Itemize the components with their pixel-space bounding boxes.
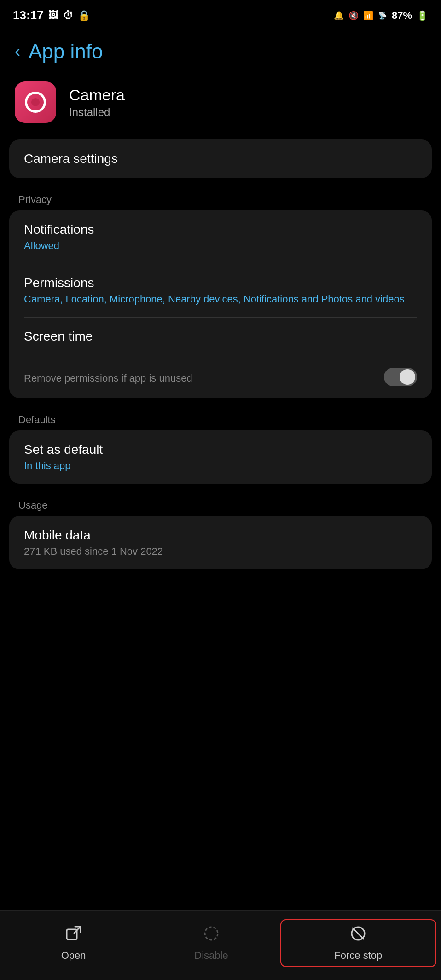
mobile-data-item[interactable]: Mobile data 271 KB used since 1 Nov 2022: [9, 516, 432, 569]
force-stop-label: Force stop: [334, 950, 382, 962]
mobile-data-card[interactable]: Mobile data 271 KB used since 1 Nov 2022: [9, 516, 432, 569]
svg-point-2: [205, 927, 218, 940]
signal-icon: 📡: [378, 11, 387, 20]
screen-time-item[interactable]: Screen time: [9, 317, 432, 356]
wifi-icon: 📶: [363, 11, 373, 21]
permissions-item[interactable]: Permissions Camera, Location, Microphone…: [9, 264, 432, 317]
permissions-subtitle: Camera, Location, Microphone, Nearby dev…: [24, 293, 417, 305]
remove-permissions-item[interactable]: Remove permissions if app is unused: [9, 356, 432, 398]
mute-icon: 🔇: [348, 11, 359, 21]
status-left: 13:17 🖼 ⏱ 🔒: [13, 8, 90, 23]
app-name: Camera: [69, 86, 125, 104]
disable-nav-item[interactable]: Disable: [142, 925, 280, 962]
notifications-title: Notifications: [24, 222, 417, 237]
remove-permissions-toggle[interactable]: [384, 368, 417, 386]
svg-line-4: [353, 928, 364, 939]
open-label: Open: [61, 950, 86, 962]
camera-settings-item[interactable]: Camera settings: [9, 139, 432, 178]
camera-lens-inner: [31, 98, 40, 106]
open-icon: [65, 925, 82, 946]
back-button[interactable]: ‹: [15, 43, 20, 60]
open-nav-item[interactable]: Open: [5, 925, 142, 962]
force-stop-nav-item[interactable]: Force stop: [280, 919, 436, 967]
camera-settings-title: Camera settings: [24, 151, 417, 166]
permissions-title: Permissions: [24, 276, 417, 290]
clock-icon: ⏱: [63, 10, 73, 22]
page-header: ‹ App info: [0, 27, 441, 74]
screen-time-title: Screen time: [24, 329, 417, 344]
remove-permissions-label: Remove permissions if app is unused: [24, 372, 192, 384]
page-title: App info: [29, 40, 103, 63]
disable-label: Disable: [194, 950, 228, 962]
status-bar: 13:17 🖼 ⏱ 🔒 🔔 🔇 📶 📡 87% 🔋: [0, 0, 441, 27]
force-stop-icon: [349, 925, 367, 946]
camera-settings-card[interactable]: Camera settings: [9, 139, 432, 178]
privacy-card: Notifications Allowed Permissions Camera…: [9, 210, 432, 398]
set-as-default-item[interactable]: Set as default In this app: [9, 430, 432, 484]
toggle-knob: [400, 369, 415, 385]
privacy-section-label: Privacy: [0, 183, 441, 210]
status-right: 🔔 🔇 📶 📡 87% 🔋: [334, 10, 428, 22]
usage-section-label: Usage: [0, 488, 441, 516]
disable-icon: [203, 925, 220, 946]
set-as-default-title: Set as default: [24, 442, 417, 457]
photo-icon: 🖼: [48, 10, 58, 22]
app-info-row: Camera Installed: [0, 74, 441, 139]
defaults-section-label: Defaults: [0, 403, 441, 430]
camera-icon: [25, 92, 46, 113]
status-time: 13:17: [13, 8, 44, 23]
notifications-item[interactable]: Notifications Allowed: [9, 210, 432, 264]
app-details: Camera Installed: [69, 86, 125, 119]
remove-permissions-row: Remove permissions if app is unused: [24, 368, 417, 386]
mobile-data-title: Mobile data: [24, 528, 417, 543]
battery-text: 87%: [392, 10, 412, 22]
mobile-data-subtitle: 271 KB used since 1 Nov 2022: [24, 545, 417, 557]
app-icon: [15, 81, 56, 123]
set-as-default-subtitle: In this app: [24, 460, 417, 472]
battery-icon: 🔋: [417, 10, 428, 21]
set-as-default-card[interactable]: Set as default In this app: [9, 430, 432, 484]
bottom-nav: Open Disable Force stop: [0, 910, 441, 980]
alert-icon: 🔔: [334, 11, 344, 21]
app-status: Installed: [69, 106, 125, 119]
lock-icon: 🔒: [78, 10, 90, 22]
notifications-subtitle: Allowed: [24, 240, 417, 252]
